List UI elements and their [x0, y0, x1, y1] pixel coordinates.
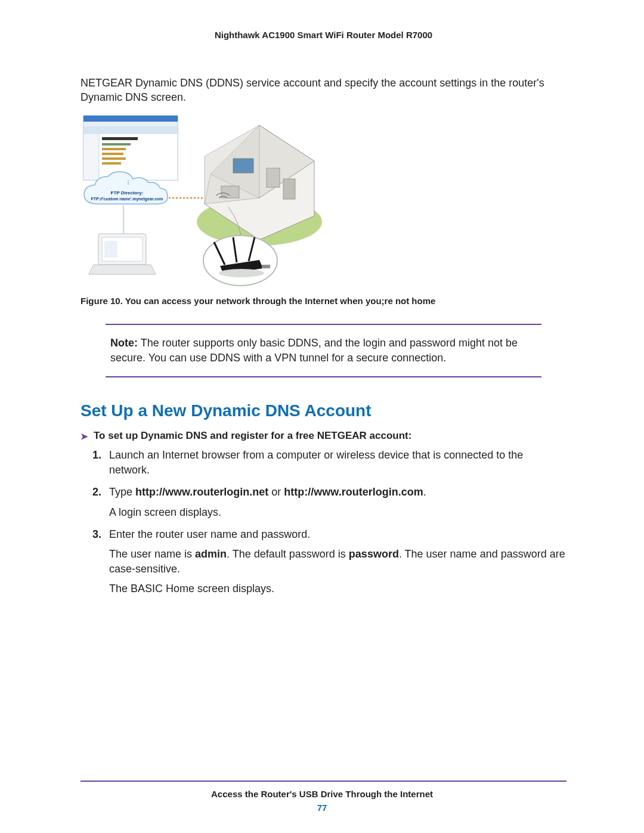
- svg-point-31: [219, 269, 264, 277]
- figure-caption: Figure 10. You can access your network t…: [80, 296, 566, 306]
- intro-paragraph: NETGEAR Dynamic DNS (DDNS) service accou…: [80, 76, 566, 105]
- footer-rule: [80, 781, 566, 782]
- cloud-label-2: FTP://'custom name'.mynetgear.com: [91, 197, 163, 202]
- step-2-result: A login screen displays.: [109, 505, 566, 520]
- svg-rect-7: [102, 143, 131, 145]
- figure-10: FTP Directory: FTP://'custom name'.mynet…: [80, 114, 566, 306]
- svg-rect-8: [102, 148, 126, 150]
- svg-rect-5: [99, 134, 178, 180]
- laptop-icon: [89, 234, 156, 274]
- svg-rect-10: [102, 157, 126, 160]
- procedure-steps: 1. Launch an Internet browser from a com…: [80, 448, 566, 597]
- svg-rect-4: [83, 134, 99, 180]
- step-3: 3. Enter the router user name and passwo…: [109, 527, 566, 597]
- page-footer: Access the Router's USB Drive Through th…: [0, 781, 644, 813]
- svg-rect-23: [267, 168, 280, 187]
- section-heading: Set Up a New Dynamic DNS Account: [80, 401, 566, 420]
- procedure-title: ➤ To set up Dynamic DNS and register for…: [80, 430, 566, 442]
- page-number: 77: [0, 803, 644, 813]
- step-1: 1. Launch an Internet browser from a com…: [109, 448, 566, 478]
- cloud-label-1: FTP Directory:: [111, 190, 144, 196]
- footer-title: Access the Router's USB Drive Through th…: [0, 789, 644, 799]
- procedure-arrow-icon: ➤: [80, 431, 88, 442]
- svg-rect-11: [102, 162, 121, 165]
- svg-rect-3: [83, 126, 178, 134]
- svg-rect-2: [83, 122, 178, 126]
- running-head: Nighthawk AC1900 Smart WiFi Router Model…: [80, 30, 566, 40]
- note-block: Note: The router supports only basic DDN…: [106, 324, 541, 377]
- svg-rect-17: [104, 241, 117, 258]
- svg-rect-25: [283, 179, 295, 199]
- note-rule-top: [106, 324, 541, 325]
- svg-rect-22: [233, 159, 253, 173]
- svg-rect-9: [102, 153, 123, 155]
- svg-rect-1: [83, 116, 178, 122]
- step-2: 2. Type http://www.routerlogin.net or ht…: [109, 485, 566, 519]
- step-3-detail-1: The user name is admin. The default pass…: [109, 547, 566, 577]
- svg-rect-6: [102, 137, 138, 140]
- svg-rect-32: [262, 265, 270, 268]
- note-text: The router supports only basic DDNS, and…: [110, 337, 518, 364]
- step-3-detail-2: The BASIC Home screen displays.: [109, 581, 566, 596]
- note-label: Note:: [110, 337, 138, 349]
- network-diagram-illustration: FTP Directory: FTP://'custom name'.mynet…: [80, 114, 325, 287]
- note-rule-bottom: [106, 376, 541, 377]
